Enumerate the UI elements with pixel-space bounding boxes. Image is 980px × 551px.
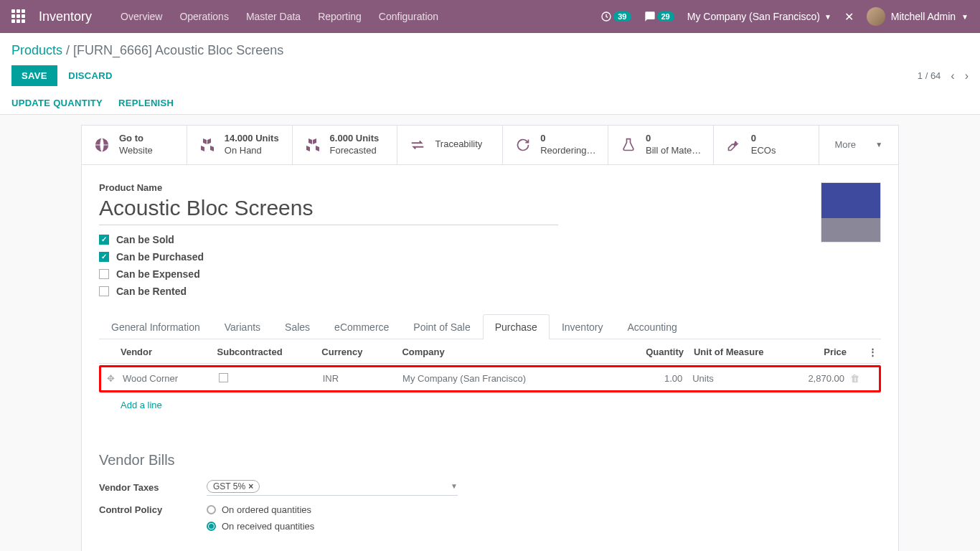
vendor-taxes-input[interactable]: GST 5%× ▼ <box>207 480 458 496</box>
breadcrumb-current: [FURN_6666] Acoustic Bloc Screens <box>73 43 283 57</box>
chevron-down-icon: ▼ <box>875 141 882 149</box>
chevron-down-icon[interactable]: ▼ <box>451 482 458 490</box>
stat-reordering[interactable]: 0Reordering R... <box>503 126 608 164</box>
checkbox-icon <box>99 269 109 279</box>
policy-received[interactable]: On received quantities <box>207 521 314 532</box>
product-name-label: Product Name <box>99 182 558 193</box>
tab-inventory[interactable]: Inventory <box>550 314 616 339</box>
notebook-tabs: General Information Variants Sales eComm… <box>99 314 881 339</box>
tab-sales[interactable]: Sales <box>273 314 322 339</box>
company-selector[interactable]: My Company (San Francisco)▼ <box>687 11 831 22</box>
tab-variants[interactable]: Variants <box>212 314 273 339</box>
cubes-icon <box>303 135 323 155</box>
control-panel: Products / [FURN_6666] Acoustic Bloc Scr… <box>0 33 980 115</box>
messaging-badge: 29 <box>657 11 674 22</box>
table-row[interactable]: ✥ Wood Corner INR My Company (San Franci… <box>99 365 881 392</box>
stat-ecos[interactable]: 0ECOs <box>714 126 819 164</box>
menu-operations[interactable]: Operations <box>179 11 228 22</box>
refresh-icon <box>513 135 533 155</box>
row-vendor[interactable]: Wood Corner <box>123 373 219 384</box>
pager: 1 / 64 ‹ › <box>918 70 969 83</box>
tag-remove-icon[interactable]: × <box>248 481 253 491</box>
wrench-icon <box>724 135 744 155</box>
vendor-table-header: Vendor Subcontracted Currency Company Qu… <box>99 339 881 364</box>
brand-title[interactable]: Inventory <box>39 9 92 24</box>
delete-icon[interactable]: 🗑 <box>850 373 866 384</box>
stat-website[interactable]: Go toWebsite <box>82 126 187 164</box>
chk-can-be-rented[interactable]: Can be Rented <box>99 286 558 297</box>
main-menu: Overview Operations Master Data Reportin… <box>121 11 600 22</box>
row-qty[interactable]: 1.00 <box>603 373 692 384</box>
chevron-down-icon: ▼ <box>961 13 969 21</box>
row-company[interactable]: My Company (San Francisco) <box>402 373 603 384</box>
tab-accounting[interactable]: Accounting <box>615 314 689 339</box>
pager-prev-icon[interactable]: ‹ <box>951 70 954 83</box>
tab-purchase[interactable]: Purchase <box>483 314 550 339</box>
radio-icon <box>207 522 216 531</box>
avatar <box>867 7 885 26</box>
stat-on-hand[interactable]: 14.000 UnitsOn Hand <box>187 126 293 164</box>
row-currency[interactable]: INR <box>323 373 402 384</box>
update-quantity-button[interactable]: UPDATE QUANTITY <box>11 98 103 108</box>
globe-icon <box>92 135 112 155</box>
chk-can-be-expensed[interactable]: Can be Expensed <box>99 268 558 280</box>
breadcrumb-root[interactable]: Products <box>11 43 62 57</box>
stat-bom[interactable]: 0Bill of Materi... <box>608 126 714 164</box>
product-name-input[interactable] <box>99 194 558 225</box>
stat-traceability[interactable]: Traceability <box>397 126 503 164</box>
breadcrumb: Products / [FURN_6666] Acoustic Bloc Scr… <box>11 43 969 58</box>
exchange-icon <box>407 135 428 155</box>
menu-reporting[interactable]: Reporting <box>318 11 362 22</box>
drag-handle-icon[interactable]: ✥ <box>107 373 123 384</box>
vendor-taxes-label: Vendor Taxes <box>99 482 207 493</box>
tab-point-of-sale[interactable]: Point of Sale <box>401 314 482 339</box>
checkbox-icon: ✓ <box>99 235 109 245</box>
debug-icon[interactable]: ✕ <box>844 10 854 24</box>
flask-icon <box>618 135 639 155</box>
policy-ordered[interactable]: On ordered quantities <box>207 504 314 515</box>
vendor-bills-heading: Vendor Bills <box>99 452 881 468</box>
tax-tag[interactable]: GST 5%× <box>207 480 260 493</box>
product-image[interactable] <box>821 182 881 242</box>
chevron-down-icon: ▼ <box>824 13 831 21</box>
discard-button[interactable]: DISCARD <box>68 70 112 81</box>
stat-forecasted[interactable]: 6.000 UnitsForecasted <box>293 126 398 164</box>
apps-icon[interactable] <box>11 9 26 24</box>
pager-next-icon[interactable]: › <box>965 70 969 83</box>
form-sheet: Go toWebsite 14.000 UnitsOn Hand 6.000 U… <box>81 125 899 551</box>
tab-general-information[interactable]: General Information <box>99 314 212 339</box>
row-price[interactable]: 2,870.00 <box>773 373 850 384</box>
messaging-icon[interactable]: 29 <box>644 11 674 22</box>
activity-icon[interactable]: 39 <box>600 11 631 22</box>
menu-master-data[interactable]: Master Data <box>246 11 301 22</box>
top-nav: Inventory Overview Operations Master Dat… <box>0 0 980 33</box>
add-line-link[interactable]: Add a line <box>121 400 162 410</box>
menu-configuration[interactable]: Configuration <box>379 11 438 22</box>
control-policy-label: Control Policy <box>99 504 207 515</box>
radio-icon <box>207 505 216 514</box>
tab-ecommerce[interactable]: eCommerce <box>322 314 401 339</box>
checkbox-icon: ✓ <box>99 252 109 262</box>
row-uom[interactable]: Units <box>692 373 772 384</box>
chk-can-be-purchased[interactable]: ✓Can be Purchased <box>99 251 558 263</box>
user-menu[interactable]: Mitchell Admin▼ <box>867 7 969 26</box>
pager-position[interactable]: 1 / 64 <box>918 70 941 81</box>
cubes-icon <box>197 135 217 155</box>
replenish-button[interactable]: REPLENISH <box>118 98 174 108</box>
column-options-icon[interactable]: ⋮ <box>868 347 875 357</box>
checkbox-icon <box>99 286 109 296</box>
stat-more[interactable]: More ▼ <box>819 126 898 164</box>
subcontracted-checkbox[interactable] <box>219 373 228 382</box>
activity-badge: 39 <box>613 11 631 22</box>
menu-overview[interactable]: Overview <box>121 11 162 22</box>
stat-buttons: Go toWebsite 14.000 UnitsOn Hand 6.000 U… <box>82 126 898 165</box>
save-button[interactable]: SAVE <box>11 65 57 86</box>
chk-can-be-sold[interactable]: ✓Can be Sold <box>99 234 558 245</box>
